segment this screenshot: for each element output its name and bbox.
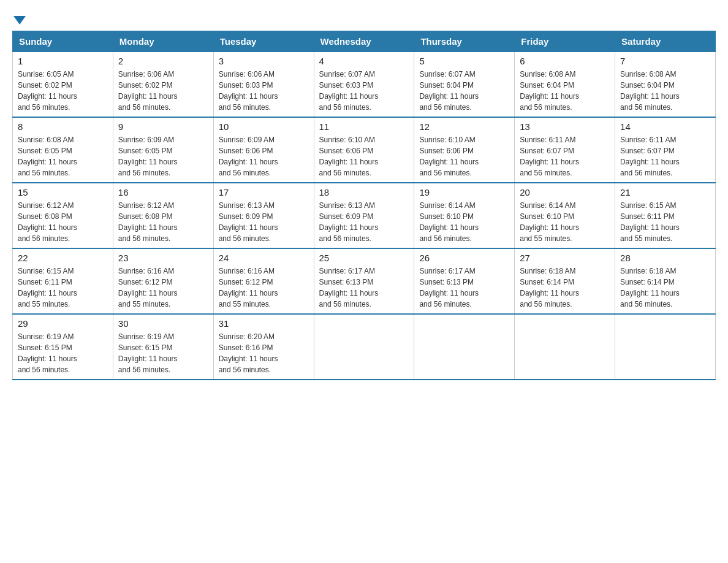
- day-number: 2: [118, 56, 208, 66]
- calendar-cell: [615, 314, 716, 380]
- day-info: Sunrise: 6:16 AMSunset: 6:12 PMDaylight:…: [118, 266, 208, 310]
- day-info: Sunrise: 6:13 AMSunset: 6:09 PMDaylight:…: [219, 200, 309, 244]
- day-info: Sunrise: 6:14 AMSunset: 6:10 PMDaylight:…: [520, 200, 610, 244]
- calendar-cell: 19 Sunrise: 6:14 AMSunset: 6:10 PMDaylig…: [414, 183, 515, 248]
- logo: [12, 12, 26, 25]
- day-info: Sunrise: 6:20 AMSunset: 6:16 PMDaylight:…: [219, 331, 309, 375]
- header-wednesday: Wednesday: [314, 31, 414, 52]
- day-info: Sunrise: 6:10 AMSunset: 6:06 PMDaylight:…: [419, 134, 509, 178]
- day-number: 1: [18, 56, 108, 66]
- week-row-1: 1 Sunrise: 6:05 AMSunset: 6:02 PMDayligh…: [13, 52, 716, 118]
- header-row: SundayMondayTuesdayWednesdayThursdayFrid…: [13, 31, 716, 52]
- day-info: Sunrise: 6:15 AMSunset: 6:11 PMDaylight:…: [620, 200, 710, 244]
- day-number: 31: [219, 318, 309, 329]
- day-info: Sunrise: 6:06 AMSunset: 6:02 PMDaylight:…: [118, 69, 208, 113]
- header-tuesday: Tuesday: [213, 31, 314, 52]
- day-number: 15: [18, 187, 108, 197]
- calendar-cell: 24 Sunrise: 6:16 AMSunset: 6:12 PMDaylig…: [213, 248, 314, 314]
- day-number: 24: [219, 253, 309, 263]
- day-info: Sunrise: 6:12 AMSunset: 6:08 PMDaylight:…: [18, 200, 108, 244]
- day-info: Sunrise: 6:17 AMSunset: 6:13 PMDaylight:…: [319, 266, 409, 310]
- day-number: 25: [319, 253, 409, 263]
- day-info: Sunrise: 6:09 AMSunset: 6:06 PMDaylight:…: [219, 134, 309, 178]
- day-number: 19: [419, 187, 509, 197]
- day-info: Sunrise: 6:08 AMSunset: 6:04 PMDaylight:…: [520, 69, 610, 113]
- calendar-cell: 14 Sunrise: 6:11 AMSunset: 6:07 PMDaylig…: [615, 117, 716, 183]
- day-number: 9: [118, 121, 208, 132]
- header-saturday: Saturday: [615, 31, 716, 52]
- day-number: 6: [520, 56, 610, 66]
- calendar-cell: 20 Sunrise: 6:14 AMSunset: 6:10 PMDaylig…: [515, 183, 615, 248]
- calendar-cell: 8 Sunrise: 6:08 AMSunset: 6:05 PMDayligh…: [13, 117, 113, 183]
- day-number: 7: [620, 56, 710, 66]
- day-info: Sunrise: 6:18 AMSunset: 6:14 PMDaylight:…: [520, 266, 610, 310]
- day-number: 5: [419, 56, 509, 66]
- calendar-cell: 23 Sunrise: 6:16 AMSunset: 6:12 PMDaylig…: [113, 248, 213, 314]
- day-number: 21: [620, 187, 710, 197]
- calendar-cell: 31 Sunrise: 6:20 AMSunset: 6:16 PMDaylig…: [213, 314, 314, 380]
- calendar-cell: 17 Sunrise: 6:13 AMSunset: 6:09 PMDaylig…: [213, 183, 314, 248]
- calendar-cell: 13 Sunrise: 6:11 AMSunset: 6:07 PMDaylig…: [515, 117, 615, 183]
- day-info: Sunrise: 6:18 AMSunset: 6:14 PMDaylight:…: [620, 266, 710, 310]
- day-info: Sunrise: 6:08 AMSunset: 6:05 PMDaylight:…: [18, 134, 108, 178]
- day-number: 4: [319, 56, 409, 66]
- calendar-cell: 2 Sunrise: 6:06 AMSunset: 6:02 PMDayligh…: [113, 52, 213, 118]
- header-sunday: Sunday: [13, 31, 113, 52]
- day-number: 17: [219, 187, 309, 197]
- calendar-cell: 27 Sunrise: 6:18 AMSunset: 6:14 PMDaylig…: [515, 248, 615, 314]
- calendar-cell: [515, 314, 615, 380]
- day-info: Sunrise: 6:13 AMSunset: 6:09 PMDaylight:…: [319, 200, 409, 244]
- day-info: Sunrise: 6:15 AMSunset: 6:11 PMDaylight:…: [18, 266, 108, 310]
- calendar-cell: 25 Sunrise: 6:17 AMSunset: 6:13 PMDaylig…: [314, 248, 414, 314]
- day-info: Sunrise: 6:07 AMSunset: 6:04 PMDaylight:…: [419, 69, 509, 113]
- day-number: 11: [319, 121, 409, 132]
- calendar-cell: [314, 314, 414, 380]
- calendar-cell: 11 Sunrise: 6:10 AMSunset: 6:06 PMDaylig…: [314, 117, 414, 183]
- day-number: 8: [18, 121, 108, 132]
- day-number: 22: [18, 253, 108, 263]
- day-info: Sunrise: 6:11 AMSunset: 6:07 PMDaylight:…: [520, 134, 610, 178]
- header-monday: Monday: [113, 31, 213, 52]
- calendar-cell: 5 Sunrise: 6:07 AMSunset: 6:04 PMDayligh…: [414, 52, 515, 118]
- calendar-cell: 18 Sunrise: 6:13 AMSunset: 6:09 PMDaylig…: [314, 183, 414, 248]
- day-number: 29: [18, 318, 108, 329]
- calendar-cell: 12 Sunrise: 6:10 AMSunset: 6:06 PMDaylig…: [414, 117, 515, 183]
- header-friday: Friday: [515, 31, 615, 52]
- calendar-cell: 22 Sunrise: 6:15 AMSunset: 6:11 PMDaylig…: [13, 248, 113, 314]
- calendar-cell: 9 Sunrise: 6:09 AMSunset: 6:05 PMDayligh…: [113, 117, 213, 183]
- calendar-cell: [414, 314, 515, 380]
- calendar-cell: 6 Sunrise: 6:08 AMSunset: 6:04 PMDayligh…: [515, 52, 615, 118]
- calendar-cell: 29 Sunrise: 6:19 AMSunset: 6:15 PMDaylig…: [13, 314, 113, 380]
- week-row-5: 29 Sunrise: 6:19 AMSunset: 6:15 PMDaylig…: [13, 314, 716, 380]
- calendar-cell: 15 Sunrise: 6:12 AMSunset: 6:08 PMDaylig…: [13, 183, 113, 248]
- day-number: 14: [620, 121, 710, 132]
- week-row-2: 8 Sunrise: 6:08 AMSunset: 6:05 PMDayligh…: [13, 117, 716, 183]
- day-info: Sunrise: 6:12 AMSunset: 6:08 PMDaylight:…: [118, 200, 208, 244]
- calendar-cell: 16 Sunrise: 6:12 AMSunset: 6:08 PMDaylig…: [113, 183, 213, 248]
- calendar-cell: 7 Sunrise: 6:08 AMSunset: 6:04 PMDayligh…: [615, 52, 716, 118]
- day-number: 12: [419, 121, 509, 132]
- calendar-table: SundayMondayTuesdayWednesdayThursdayFrid…: [12, 31, 716, 380]
- week-row-4: 22 Sunrise: 6:15 AMSunset: 6:11 PMDaylig…: [13, 248, 716, 314]
- day-number: 20: [520, 187, 610, 197]
- day-number: 13: [520, 121, 610, 132]
- calendar-cell: 4 Sunrise: 6:07 AMSunset: 6:03 PMDayligh…: [314, 52, 414, 118]
- day-info: Sunrise: 6:19 AMSunset: 6:15 PMDaylight:…: [18, 331, 108, 375]
- day-info: Sunrise: 6:10 AMSunset: 6:06 PMDaylight:…: [319, 134, 409, 178]
- day-info: Sunrise: 6:16 AMSunset: 6:12 PMDaylight:…: [219, 266, 309, 310]
- calendar-cell: 10 Sunrise: 6:09 AMSunset: 6:06 PMDaylig…: [213, 117, 314, 183]
- day-number: 10: [219, 121, 309, 132]
- day-info: Sunrise: 6:05 AMSunset: 6:02 PMDaylight:…: [18, 69, 108, 113]
- day-number: 28: [620, 253, 710, 263]
- calendar-cell: 3 Sunrise: 6:06 AMSunset: 6:03 PMDayligh…: [213, 52, 314, 118]
- day-info: Sunrise: 6:07 AMSunset: 6:03 PMDaylight:…: [319, 69, 409, 113]
- day-number: 27: [520, 253, 610, 263]
- day-info: Sunrise: 6:11 AMSunset: 6:07 PMDaylight:…: [620, 134, 710, 178]
- day-number: 26: [419, 253, 509, 263]
- day-info: Sunrise: 6:06 AMSunset: 6:03 PMDaylight:…: [219, 69, 309, 113]
- day-number: 30: [118, 318, 208, 329]
- day-info: Sunrise: 6:14 AMSunset: 6:10 PMDaylight:…: [419, 200, 509, 244]
- calendar-cell: 30 Sunrise: 6:19 AMSunset: 6:15 PMDaylig…: [113, 314, 213, 380]
- day-info: Sunrise: 6:19 AMSunset: 6:15 PMDaylight:…: [118, 331, 208, 375]
- day-number: 18: [319, 187, 409, 197]
